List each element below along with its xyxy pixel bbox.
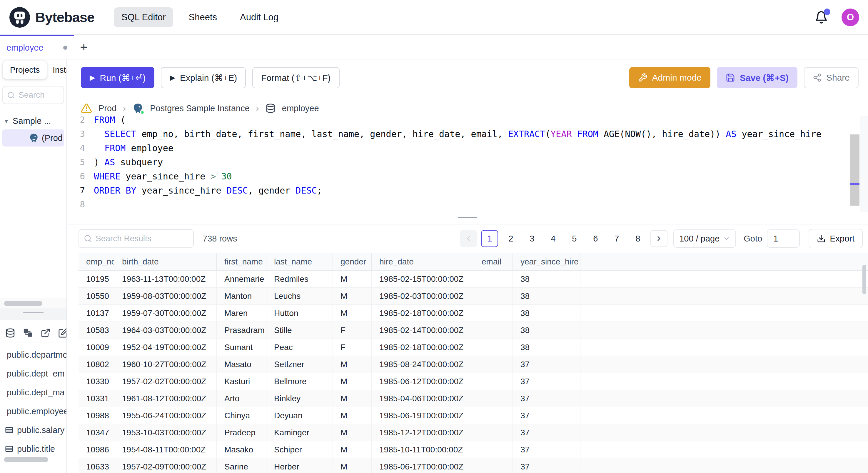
explain-button[interactable]: ▶ Explain (⌘+E) [161,67,246,88]
goto-page-input[interactable] [768,230,799,247]
column-header-email[interactable]: email [474,253,513,270]
page-size-select[interactable]: 100 / page [673,230,736,248]
column-header-gender[interactable]: gender [333,253,372,270]
format-button[interactable]: Format (⇧+⌥+F) [252,67,339,88]
notifications-button[interactable] [814,10,828,24]
brand[interactable]: Bytebase [9,7,94,28]
table-row[interactable]: 103301957-02-02T00:00:00ZKasturiBellmore… [79,373,868,390]
cell-email [474,390,513,407]
code-line-4[interactable]: 4 FROM employee [67,141,850,155]
column-header-emp-no[interactable]: emp_no [79,253,114,270]
code-line-2[interactable]: 2FROM ( [67,116,850,127]
sidebar-table-public-dept-em[interactable]: public.dept_em [0,364,66,383]
panel-split-handle[interactable] [458,215,477,219]
edit-sheet-icon[interactable] [58,328,67,338]
cell-first-name: Sarine [217,458,267,473]
tab-employee[interactable]: employee [0,35,74,59]
cell-filler [581,339,868,356]
breadcrumb-instance[interactable]: Postgres Sample Instance [150,104,250,113]
instance-node-label: (Prod [42,133,63,143]
cell-emp-no: 10583 [79,322,114,338]
database-icon[interactable] [5,328,15,338]
table-label: public.departme [7,350,66,360]
external-link-icon[interactable] [40,328,51,338]
cell-hire-date: 1985-02-14T00:00:00Z [372,322,474,338]
project-tree-root[interactable]: ▾ Sample ... [5,116,51,126]
segment-projects[interactable]: Projects [3,61,47,79]
column-header-first-name[interactable]: first_name [217,253,267,270]
schema-diagram-icon[interactable] [23,328,33,338]
save-button[interactable]: Save (⌘+S) [717,67,798,88]
column-header-birth-date[interactable]: birth_date [114,253,217,270]
table-row[interactable]: 103311961-08-12T00:00:00ZArtoBinkleyM198… [79,390,868,407]
cell-emp-no: 10802 [79,356,114,373]
cell-hire-date: 1985-02-18T00:00:00Z [372,339,474,356]
table-row[interactable]: 105501959-08-03T00:00:00ZMantonLeuchsM19… [79,288,868,305]
page-8[interactable]: 8 [629,230,646,247]
cell-emp-no: 10988 [79,407,114,424]
page-2[interactable]: 2 [502,230,519,247]
column-header-last-name[interactable]: last_name [267,253,333,270]
cell-year-since-hire: 38 [513,288,581,304]
nav-tab-sql-editor[interactable]: SQL Editor [114,7,173,27]
page-5[interactable]: 5 [566,230,583,247]
results-search-box[interactable] [79,229,194,248]
table-row[interactable]: 109881955-06-24T00:00:00ZChinyaDeyuanM19… [79,407,868,424]
table-row[interactable]: 106331957-02-09T00:00:00ZSarineHerberM19… [79,458,868,473]
editor-scrollbar[interactable] [850,116,860,212]
sidebar-table-public-title[interactable]: public.title [0,440,66,458]
code-line-8[interactable]: 8 [67,197,850,211]
sidebar-table-public-departme[interactable]: public.departme [0,345,66,364]
table-row[interactable]: 103471953-10-03T00:00:00ZPradeepKaminger… [79,424,868,441]
page-4[interactable]: 4 [545,230,562,247]
next-page-button[interactable] [650,230,668,247]
cell-year-since-hire: 37 [513,407,581,424]
cell-filler [581,458,868,473]
table-row[interactable]: 108021960-10-27T00:00:00ZMasatoSetlznerM… [79,356,868,373]
cell-last-name: Schiper [267,441,333,458]
column-header-year-since-hire[interactable]: year_since_hire [513,253,581,270]
results-vscroll-thumb[interactable] [862,265,866,294]
table-row[interactable]: 109861954-08-11T00:00:00ZMasakoSchiperM1… [79,441,868,458]
sidebar-search-box[interactable] [2,86,64,104]
run-button[interactable]: ▶ Run (⌘+⏎) [81,67,154,88]
code-line-6[interactable]: 6WHERE year_since_hire > 30 [67,169,850,183]
results-search-input[interactable] [96,234,188,243]
table-row[interactable]: 101371959-07-30T00:00:00ZMarenHuttonM198… [79,305,868,322]
prev-page-button[interactable] [460,230,477,247]
sidebar-table-public-salary[interactable]: public.salary [0,421,66,440]
cell-gender: M [333,458,372,473]
code-line-5[interactable]: 5) AS subquery [67,155,850,169]
code-line-7[interactable]: 7ORDER BY year_since_hire DESC, gender D… [67,183,850,197]
table-row[interactable]: 101951963-11-13T00:00:00ZAnnemarieRedmil… [79,271,868,288]
page-6[interactable]: 6 [587,230,604,247]
segment-instances[interactable]: Instances [47,61,67,79]
editor-scrollbar-thumb[interactable] [850,135,860,206]
nav-tab-sheets[interactable]: Sheets [181,7,225,27]
sidebar-panel-splitter[interactable] [0,309,66,320]
sidebar-bottom-hscroll-thumb[interactable] [4,457,48,462]
table-row[interactable]: 105831964-03-03T00:00:00ZPrasadramStille… [79,322,868,339]
breadcrumb-environment[interactable]: Prod [98,104,117,113]
add-tab-button[interactable]: + [74,35,93,59]
code-line-3[interactable]: 3 SELECT emp_no, birth_date, first_name,… [67,127,850,141]
cell-filler [581,271,868,287]
project-tree-instance-selected[interactable]: (Prod [2,129,64,147]
page-3[interactable]: 3 [523,230,540,247]
sidebar-search-input[interactable] [19,90,59,100]
cell-gender: M [333,373,372,390]
column-header-hire-date[interactable]: hire_date [372,253,474,270]
page-1[interactable]: 1 [481,230,498,247]
table-row[interactable]: 100091952-04-19T00:00:00ZSumantPeacF1985… [79,339,868,356]
page-7[interactable]: 7 [608,230,625,247]
sql-editor[interactable]: 2FROM (3 SELECT emp_no, birth_date, firs… [67,116,850,212]
sidebar-hscroll-thumb[interactable] [4,301,42,306]
breadcrumb-database[interactable]: employee [282,104,319,113]
share-button[interactable]: Share [804,67,859,88]
nav-tab-audit-log[interactable]: Audit Log [232,7,286,27]
sidebar-table-public-employee[interactable]: public.employee [0,402,66,421]
admin-mode-button[interactable]: Admin mode [629,67,710,88]
export-button[interactable]: Export [809,229,863,248]
sidebar-table-public-dept-ma[interactable]: public.dept_ma [0,383,66,402]
avatar[interactable]: O [841,8,859,26]
